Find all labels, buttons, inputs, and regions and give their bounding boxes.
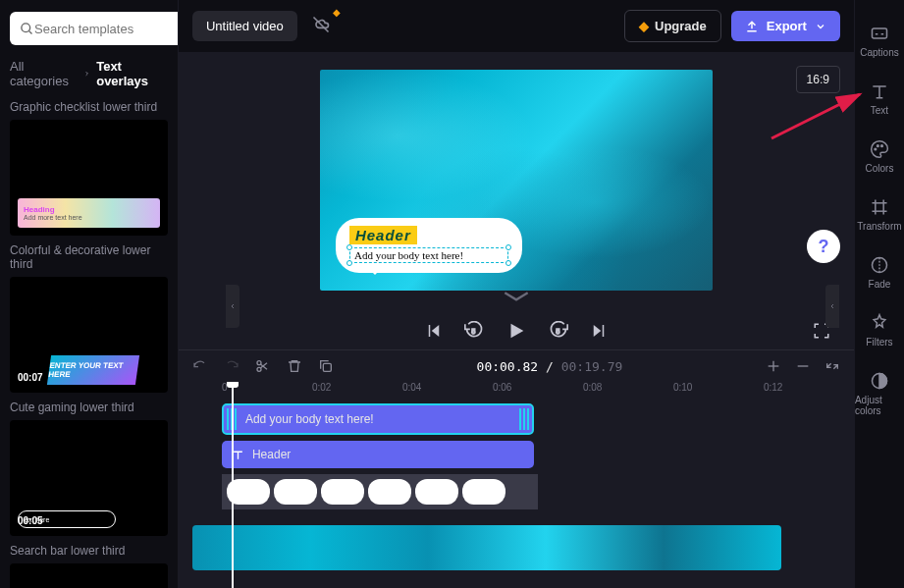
duration-badge: 00:07 — [18, 372, 43, 383]
export-button[interactable]: Export — [731, 11, 840, 41]
diamond-icon: ◆ — [333, 7, 341, 18]
sidebar-item-text[interactable]: Text — [855, 70, 904, 128]
bubble-body-text[interactable]: Add your body text here! — [349, 247, 508, 263]
template-label: Search bar lower third — [10, 544, 168, 558]
diamond-icon: ◆ — [639, 19, 649, 33]
svg-point-24 — [881, 145, 883, 147]
sidebar-item-adjust[interactable]: Adjust colors — [855, 359, 904, 428]
thumb-overlay: ENTER YOUR TEXT HERE — [47, 355, 139, 385]
captions-icon — [870, 24, 889, 43]
bubble-header[interactable]: Header — [349, 226, 417, 244]
playhead[interactable] — [232, 382, 234, 588]
rewind-5-button[interactable]: 5 — [464, 321, 484, 341]
resize-handle[interactable] — [505, 260, 511, 266]
breadcrumb: All categories Text overlays — [10, 59, 168, 88]
fade-icon — [870, 255, 889, 275]
time-display: 00:00.82 / 00:19.79 — [349, 359, 750, 374]
video-clip[interactable] — [192, 525, 781, 570]
right-sidebar: Captions Text Colors Transform Fade Filt… — [854, 0, 904, 588]
upgrade-button[interactable]: ◆ Upgrade — [624, 10, 721, 42]
text-clip-header[interactable]: Header — [222, 441, 534, 468]
transform-icon — [870, 197, 889, 217]
svg-rect-25 — [876, 203, 883, 211]
adjust-icon — [870, 371, 889, 391]
svg-rect-17 — [323, 363, 331, 371]
top-bar: Untitled video ◆ ◆ Upgrade Export — [179, 0, 854, 52]
search-icon — [20, 22, 34, 36]
track-row — [222, 515, 854, 570]
svg-rect-7 — [429, 325, 431, 337]
speech-bubble[interactable]: Header Add your body text here! — [336, 218, 522, 273]
upload-icon — [745, 20, 759, 33]
svg-line-1 — [28, 30, 31, 33]
forward-5-button[interactable]: 5 — [549, 321, 568, 341]
time-ruler[interactable]: 0 0:02 0:04 0:06 0:08 0:10 0:12 — [192, 382, 854, 403]
redo-button[interactable] — [224, 358, 239, 374]
track-row — [222, 474, 854, 509]
sidebar-item-colors[interactable]: Colors — [855, 128, 904, 186]
center-area: Untitled video ◆ ◆ Upgrade Export — [179, 0, 854, 588]
expand-handle[interactable] — [503, 291, 530, 304]
svg-rect-12 — [603, 325, 605, 337]
text-icon — [870, 81, 889, 101]
graphic-clip[interactable] — [222, 474, 538, 509]
help-button[interactable]: ? — [807, 230, 840, 263]
search-input[interactable] — [34, 22, 179, 36]
zoom-out-button[interactable] — [795, 358, 811, 374]
template-label: Colorful & decorative lower third — [10, 243, 168, 271]
svg-rect-21 — [872, 28, 886, 38]
undo-button[interactable] — [192, 358, 208, 374]
aspect-ratio-button[interactable]: 16:9 — [796, 66, 840, 93]
template-thumb[interactable]: 00:05 ext here — [10, 420, 168, 536]
add-track-button[interactable] — [766, 358, 781, 374]
svg-marker-9 — [510, 324, 523, 339]
chevron-left-icon — [828, 301, 836, 311]
playback-controls: 5 5 — [179, 312, 854, 349]
text-clip-body[interactable]: Add your body text here! — [222, 403, 534, 435]
sidebar-item-filters[interactable]: Filters — [855, 301, 904, 359]
visibility-toggle[interactable]: ◆ — [311, 15, 331, 38]
skip-forward-button[interactable] — [590, 322, 608, 340]
chevron-down-icon — [815, 21, 826, 32]
resize-handle[interactable] — [346, 244, 352, 250]
resize-handle[interactable] — [505, 244, 511, 250]
resize-handle[interactable] — [346, 260, 352, 266]
template-thumb[interactable] — [10, 563, 168, 588]
collapse-left-panel[interactable] — [226, 285, 239, 328]
tracks: Add your body text here! Header — [192, 403, 854, 570]
preview-canvas[interactable]: Header Add your body text here! — [320, 70, 713, 291]
skip-back-button[interactable] — [425, 322, 443, 340]
thumb-overlay: Heading Add more text here — [18, 198, 160, 228]
template-thumb[interactable]: 00:07 ENTER YOUR TEXT HERE — [10, 277, 168, 393]
track-row: Header — [222, 441, 854, 468]
thumb-overlay: ext here — [18, 510, 116, 528]
duplicate-button[interactable] — [318, 358, 334, 374]
clip-handle-right[interactable] — [519, 408, 529, 430]
delete-button[interactable] — [287, 358, 302, 374]
svg-point-23 — [877, 145, 878, 147]
breadcrumb-root[interactable]: All categories — [10, 59, 78, 88]
svg-text:5: 5 — [556, 328, 559, 335]
template-label: Graphic checklist lower third — [10, 100, 168, 114]
split-button[interactable] — [255, 358, 271, 374]
template-label: Cute gaming lower third — [10, 401, 168, 414]
breadcrumb-current: Text overlays — [96, 59, 168, 88]
search-templates[interactable] — [10, 12, 179, 45]
filters-icon — [870, 313, 889, 333]
sidebar-item-captions[interactable]: Captions — [855, 12, 904, 70]
play-button[interactable] — [505, 320, 527, 342]
palette-icon — [870, 139, 889, 159]
collapse-right-panel[interactable] — [825, 285, 839, 328]
template-thumb[interactable]: Heading Add more text here — [10, 120, 168, 236]
video-title[interactable]: Untitled video — [192, 11, 297, 41]
svg-point-22 — [875, 148, 877, 150]
svg-point-0 — [22, 23, 30, 31]
timeline-toolbar: 00:00.82 / 00:19.79 — [179, 349, 854, 382]
fit-button[interactable] — [824, 358, 840, 374]
sidebar-item-transform[interactable]: Transform — [855, 186, 904, 243]
timeline[interactable]: 0 0:02 0:04 0:06 0:08 0:10 0:12 Add your… — [179, 382, 854, 588]
track-row: Add your body text here! — [222, 403, 854, 435]
svg-text:5: 5 — [471, 328, 475, 335]
svg-marker-6 — [432, 325, 440, 337]
sidebar-item-fade[interactable]: Fade — [855, 243, 904, 301]
